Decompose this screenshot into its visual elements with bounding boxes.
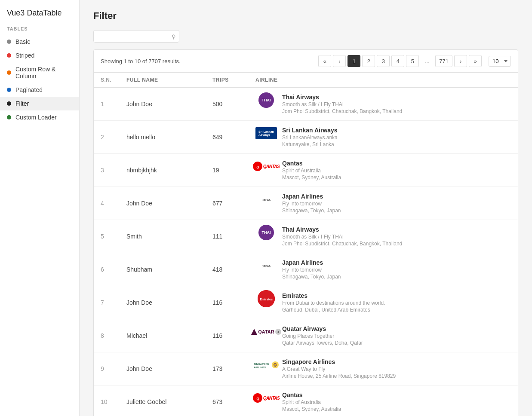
airline-logo-qantas: Q QANTAS — [253, 162, 280, 171]
airline-slogan-4: Fly into tomorrow — [282, 201, 341, 207]
page-1-btn-top[interactable]: 1 — [347, 55, 360, 67]
cell-sn-2: 2 — [94, 121, 120, 154]
sidebar-item-striped[interactable]: Striped — [0, 49, 79, 62]
airline-name-6: Japan Airlines — [282, 259, 341, 266]
svg-marker-8 — [251, 329, 257, 335]
col-header-trips: TRIPS — [206, 73, 249, 88]
airline-location-7: Garhoud, Dubai, United Arab Emirates — [282, 307, 385, 313]
table-row: 10Juliette Goebel673 Q QANTAS QantasSpir… — [94, 385, 518, 416]
sidebar-item-basic[interactable]: Basic — [0, 35, 79, 49]
airline-info-9: Singapore AirlinesA Great Way to FlyAirl… — [282, 358, 396, 379]
col-header-name: FULL NAME — [120, 73, 206, 88]
pagination-controls-top: « ‹ 1 2 3 4 5 ... 771 › » — [318, 55, 482, 67]
table-body: 1John Doe500THAIThai AirwaysSmooth as Si… — [94, 88, 518, 416]
airline-logo-singapore: SINGAPOREAIRLINES 🦁 — [254, 361, 279, 369]
airline-info-5: Thai AirwaysSmooth as Silk / I Fly THAIJ… — [282, 226, 402, 247]
airline-name-5: Thai Airways — [282, 226, 402, 233]
page-4-btn-top[interactable]: 4 — [391, 55, 404, 67]
search-icon: ⚲ — [172, 33, 176, 40]
cell-name-1: John Doe — [120, 88, 206, 121]
cell-trips-5: 111 — [206, 220, 249, 253]
cell-sn-6: 6 — [94, 253, 120, 286]
nav-label-filter: Filter — [15, 100, 29, 107]
cell-name-2: hello mello — [120, 121, 206, 154]
airline-logo-qatar: QATAR ✈ — [251, 329, 281, 335]
airline-cell-4: JAPAN AIRLINES Japan AirlinesFly into to… — [255, 193, 511, 214]
airline-location-10: Mascot, Sydney, Australia — [282, 406, 341, 412]
cell-sn-3: 3 — [94, 154, 120, 187]
airline-logo-japan: JAPAN AIRLINES — [262, 197, 271, 202]
airline-location-6: Shinagawa, Tokyo, Japan — [282, 274, 341, 280]
airline-name-7: Emirates — [282, 292, 385, 299]
cell-name-5: Smith — [120, 220, 206, 253]
airline-cell-3: Q QANTAS QantasSpirit of AustraliaMascot… — [255, 160, 511, 180]
cell-name-9: John Doe — [120, 352, 206, 385]
airline-location-5: Jom Phol Subdistrict, Chatuchak, Bangkok… — [282, 241, 402, 247]
cell-airline-1: THAIThai AirwaysSmooth as Silk / I Fly T… — [249, 88, 518, 121]
airline-name-3: Qantas — [282, 160, 341, 167]
table-row: 6Shubham418 JAPAN AIRLINES Japan Airline… — [94, 253, 518, 286]
airline-name-2: Sri Lankan Airways — [282, 127, 338, 134]
nav-label-paginated: Paginated — [15, 86, 43, 93]
cell-sn-9: 9 — [94, 352, 120, 385]
cell-trips-9: 173 — [206, 352, 249, 385]
cell-name-7: John Doe — [120, 286, 206, 319]
cell-airline-4: JAPAN AIRLINES Japan AirlinesFly into to… — [249, 187, 518, 220]
cell-airline-9: SINGAPOREAIRLINES 🦁 Singapore AirlinesA … — [249, 352, 518, 385]
airline-location-8: Qatar Airways Towers, Doha, Qatar — [282, 340, 363, 346]
last-btn-top[interactable]: » — [469, 55, 482, 67]
table-row: 4John Doe677 JAPAN AIRLINES Japan Airlin… — [94, 187, 518, 220]
page-5-btn-top[interactable]: 5 — [406, 55, 419, 67]
cell-airline-3: Q QANTAS QantasSpirit of AustraliaMascot… — [249, 154, 518, 187]
sidebar-item-custom-row-column[interactable]: Custom Row & Column — [0, 62, 79, 83]
svg-text:Emirates: Emirates — [260, 298, 273, 301]
per-page-select: 10 25 50 100 — [489, 56, 511, 67]
airline-cell-8: QATAR ✈ Quatar AirwaysGoing Places Toget… — [255, 325, 511, 346]
airline-cell-7: Emirates EmiratesFrom Dubai to destinati… — [255, 292, 511, 313]
sidebar: Vue3 DataTable TABLES BasicStripedCustom… — [0, 0, 80, 416]
main-content: Filter ⚲ Showing 1 to 10 of 7707 results… — [80, 0, 532, 416]
last-page-btn-top[interactable]: 771 — [435, 55, 452, 67]
airline-location-4: Shinagawa, Tokyo, Japan — [282, 208, 341, 214]
per-page-dropdown[interactable]: 10 25 50 100 — [489, 56, 511, 67]
sidebar-item-paginated[interactable]: Paginated — [0, 83, 79, 97]
prev-page-btn-top[interactable]: ‹ — [333, 55, 346, 67]
page-title: Filter — [93, 10, 518, 21]
airline-info-3: QantasSpirit of AustraliaMascot, Sydney,… — [282, 160, 341, 180]
airline-info-2: Sri Lankan AirwaysSri LankanAirways.anka… — [282, 127, 338, 147]
airline-cell-6: JAPAN AIRLINES Japan AirlinesFly into to… — [255, 259, 511, 280]
table-header-row: S.N. FULL NAME TRIPS AIRLINE — [94, 73, 518, 88]
page-3-btn-top[interactable]: 3 — [377, 55, 390, 67]
airline-logo-thai: THAI — [258, 92, 274, 108]
next-btn-top[interactable]: › — [454, 55, 467, 67]
airline-info-4: Japan AirlinesFly into tomorrowShinagawa… — [282, 193, 341, 214]
airline-slogan-7: From Dubai to destinations around the wo… — [282, 300, 385, 306]
svg-text:SINGAPORE: SINGAPORE — [254, 363, 269, 365]
cell-name-6: Shubham — [120, 253, 206, 286]
table-row: 8Michael116 QATAR ✈ Quatar AirwaysGoing … — [94, 319, 518, 352]
cell-airline-7: Emirates EmiratesFrom Dubai to destinati… — [249, 286, 518, 319]
cell-name-8: Michael — [120, 319, 206, 352]
sidebar-item-filter[interactable]: Filter — [0, 97, 79, 110]
airline-cell-1: THAIThai AirwaysSmooth as Silk / I Fly T… — [255, 94, 511, 114]
svg-text:JAPAN AIRLINES: JAPAN AIRLINES — [262, 265, 271, 268]
table-row: 1John Doe500THAIThai AirwaysSmooth as Si… — [94, 88, 518, 121]
search-input[interactable] — [93, 30, 179, 43]
cell-sn-10: 10 — [94, 385, 120, 416]
app-title-bold: Vue3 — [7, 9, 25, 17]
table-row: 3nbmbjkhjhk19 Q QANTAS QantasSpirit of A… — [94, 154, 518, 187]
nav-dot-custom-loader — [7, 115, 11, 119]
tables-section-label: TABLES — [0, 26, 79, 35]
airline-logo-emirates: Emirates — [258, 290, 275, 307]
cell-sn-5: 5 — [94, 220, 120, 253]
cell-sn-7: 7 — [94, 286, 120, 319]
page-2-btn-top[interactable]: 2 — [362, 55, 375, 67]
airline-logo-qantas: Q QANTAS — [253, 393, 280, 403]
airline-name-1: Thai Airways — [282, 94, 402, 101]
nav-dot-striped — [7, 53, 11, 58]
table-row: 2hello mello649Sri LankanAirwaysSri Lank… — [94, 121, 518, 154]
sidebar-item-custom-loader[interactable]: Custom Loader — [0, 110, 79, 124]
first-page-btn-top[interactable]: « — [318, 55, 331, 67]
svg-text:JAPAN AIRLINES: JAPAN AIRLINES — [262, 199, 271, 202]
cell-airline-2: Sri LankanAirwaysSri Lankan AirwaysSri L… — [249, 121, 518, 154]
